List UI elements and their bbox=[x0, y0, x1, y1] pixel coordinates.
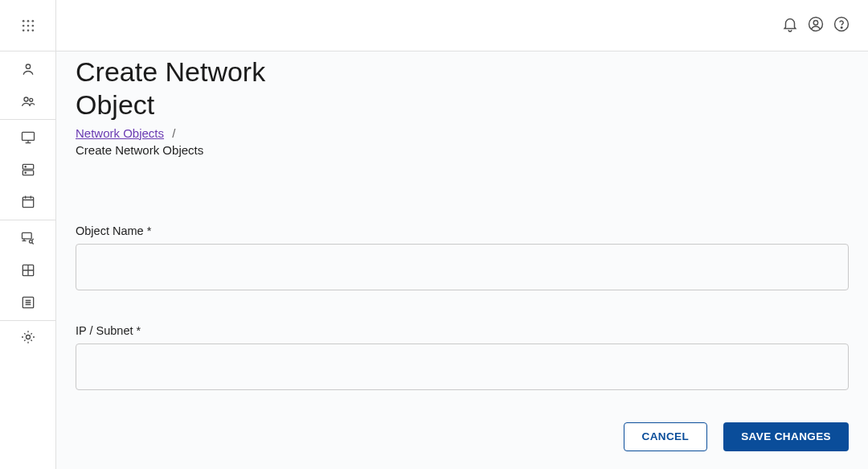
ip-subnet-input[interactable] bbox=[76, 344, 849, 390]
svg-point-19 bbox=[29, 240, 32, 243]
breadcrumb-separator: / bbox=[167, 126, 180, 140]
users-icon bbox=[20, 93, 36, 109]
svg-point-3 bbox=[22, 24, 24, 27]
bell-icon bbox=[781, 15, 799, 36]
svg-point-15 bbox=[25, 167, 26, 167]
page-title: Create Network Object bbox=[76, 56, 285, 121]
sidebar-item-calendar[interactable] bbox=[0, 186, 55, 218]
svg-point-4 bbox=[27, 24, 29, 27]
svg-point-1 bbox=[27, 19, 29, 22]
sidebar-group-3 bbox=[0, 220, 55, 321]
svg-point-8 bbox=[31, 29, 34, 31]
account-button[interactable] bbox=[807, 17, 825, 35]
topbar bbox=[56, 0, 868, 51]
calendar-icon bbox=[20, 194, 36, 210]
svg-point-7 bbox=[27, 29, 29, 31]
svg-point-16 bbox=[25, 172, 26, 173]
grid-icon bbox=[20, 262, 36, 278]
svg-rect-18 bbox=[22, 232, 31, 239]
network-icon bbox=[20, 230, 36, 246]
content: Create Network Object Network Objects / … bbox=[56, 51, 868, 469]
svg-point-25 bbox=[835, 17, 849, 31]
help-button[interactable] bbox=[833, 17, 850, 35]
apps-grid-icon bbox=[20, 18, 36, 34]
svg-point-22 bbox=[26, 335, 30, 339]
cancel-button[interactable]: CANCEL bbox=[624, 422, 708, 451]
svg-rect-12 bbox=[22, 132, 34, 140]
button-row: CANCEL SAVE CHANGES bbox=[76, 422, 849, 451]
svg-point-0 bbox=[22, 19, 24, 22]
svg-point-6 bbox=[22, 29, 24, 31]
list-icon bbox=[20, 294, 36, 311]
breadcrumb-current: Create Network Objects bbox=[76, 143, 849, 157]
sidebar-group-2 bbox=[0, 120, 55, 220]
monitor-icon bbox=[20, 130, 36, 146]
svg-point-11 bbox=[29, 98, 32, 101]
svg-point-5 bbox=[31, 24, 34, 27]
svg-point-10 bbox=[24, 97, 28, 101]
notifications-button[interactable] bbox=[781, 17, 799, 35]
form-group-object-name: Object Name * bbox=[76, 224, 849, 290]
form-group-ip-subnet: IP / Subnet * bbox=[76, 324, 849, 390]
sidebar-group-1 bbox=[0, 51, 55, 120]
breadcrumb-link-network-objects[interactable]: Network Objects bbox=[76, 126, 164, 140]
sidebar-item-grid[interactable] bbox=[0, 254, 55, 286]
save-button[interactable]: SAVE CHANGES bbox=[723, 422, 849, 451]
object-name-label: Object Name * bbox=[76, 224, 849, 237]
svg-point-2 bbox=[31, 19, 34, 22]
object-name-input[interactable] bbox=[76, 244, 849, 290]
sidebar-item-list[interactable] bbox=[0, 286, 55, 319]
user-icon bbox=[20, 61, 36, 77]
help-icon bbox=[833, 15, 850, 36]
sidebar-item-network[interactable] bbox=[0, 222, 55, 254]
sidebar-item-users[interactable] bbox=[0, 85, 55, 117]
sidebar-item-server[interactable] bbox=[0, 154, 55, 186]
sidebar bbox=[0, 0, 56, 469]
breadcrumb: Network Objects / Create Network Objects bbox=[76, 126, 849, 157]
sidebar-item-user[interactable] bbox=[0, 53, 55, 85]
account-circle-icon bbox=[807, 15, 825, 36]
sidebar-apps[interactable] bbox=[0, 0, 55, 51]
server-icon bbox=[20, 162, 36, 178]
main-area: Create Network Object Network Objects / … bbox=[56, 0, 868, 469]
svg-point-9 bbox=[26, 64, 30, 68]
gear-icon bbox=[20, 329, 36, 345]
svg-rect-17 bbox=[23, 197, 33, 207]
sidebar-item-settings[interactable] bbox=[0, 321, 55, 353]
svg-point-26 bbox=[841, 27, 842, 28]
ip-subnet-label: IP / Subnet * bbox=[76, 324, 849, 337]
svg-point-24 bbox=[813, 20, 818, 25]
sidebar-item-monitor[interactable] bbox=[0, 121, 55, 154]
